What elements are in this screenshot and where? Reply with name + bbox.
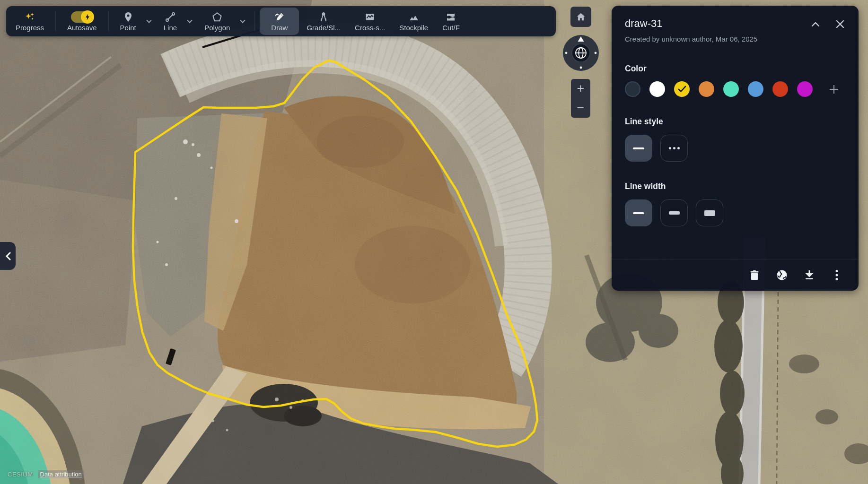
toolbar-item-cross-section[interactable]: Cross-s... xyxy=(348,8,392,35)
toolbar-item-label: Grade/Sl... xyxy=(307,24,341,31)
add-color-button[interactable] xyxy=(827,82,841,96)
line-style-dotted-button[interactable] xyxy=(660,135,688,162)
home-icon xyxy=(576,12,586,22)
plus-icon xyxy=(829,84,839,95)
toolbar-item-label: Line xyxy=(164,24,177,31)
chevron-left-icon xyxy=(5,252,11,260)
annotation-properties-panel: draw-31 Created by unknown author, Mar 0… xyxy=(612,6,859,291)
point-pin-icon xyxy=(123,11,134,23)
chevron-down-icon xyxy=(187,19,193,23)
color-section-label: Color xyxy=(625,64,846,74)
cesium-brand: CESIUM xyxy=(8,471,33,478)
chevron-down-icon xyxy=(240,19,245,23)
panel-action-bar xyxy=(612,259,859,291)
toolbar-item-label: Polygon xyxy=(204,24,230,31)
panel-subtitle: Created by unknown author, Mar 06, 2025 xyxy=(625,35,846,43)
map-attribution: CESIUM Data attribution xyxy=(8,470,84,478)
toolbar-item-stockpile[interactable]: Stockpile xyxy=(393,8,435,35)
toolbar-divider xyxy=(254,11,255,31)
color-swatch-orange[interactable] xyxy=(699,81,714,97)
color-swatch-row xyxy=(625,81,846,97)
polygon-dropdown-button[interactable] xyxy=(237,16,248,26)
sidebar-collapse-button[interactable] xyxy=(0,242,16,270)
toolbar-divider xyxy=(108,11,109,31)
cross-section-icon xyxy=(364,11,376,23)
toolbar-item-label: Draw xyxy=(271,24,288,31)
toolbar-item-label: Autosave xyxy=(67,24,97,31)
toolbar-item-line[interactable]: Line xyxy=(157,8,184,35)
line-width-options xyxy=(625,199,846,226)
selected-check-icon xyxy=(678,86,686,93)
download-icon xyxy=(805,270,814,280)
point-dropdown-button[interactable] xyxy=(144,16,154,26)
chevron-down-icon xyxy=(146,19,152,23)
line-width-medium-button[interactable] xyxy=(660,199,688,226)
toolbar-item-label: Cut/F xyxy=(442,24,460,31)
kebab-menu-icon xyxy=(835,269,838,281)
compass-control[interactable] xyxy=(562,34,600,72)
delete-annotation-button[interactable] xyxy=(748,269,760,281)
toolbar-item-label: Point xyxy=(120,24,136,31)
zoom-control: + − xyxy=(571,79,590,118)
lightning-icon xyxy=(84,14,91,20)
line-style-options xyxy=(625,135,846,162)
color-swatch-magenta[interactable] xyxy=(797,81,813,97)
line-width-thin-button[interactable] xyxy=(625,199,652,226)
color-swatch-blue[interactable] xyxy=(748,81,763,97)
line-segment-icon xyxy=(165,11,176,23)
toolbar-item-draw[interactable]: Draw xyxy=(260,8,299,35)
toolbar-item-grade-slope[interactable]: Grade/Sl... xyxy=(300,8,347,35)
line-width-section-label: Line width xyxy=(625,182,846,191)
toolbar-item-point[interactable]: Point xyxy=(114,8,143,35)
close-panel-button[interactable] xyxy=(834,18,846,30)
autosave-toggle-knob xyxy=(81,10,94,24)
color-swatch-red[interactable] xyxy=(772,81,788,97)
line-width-thick-button[interactable] xyxy=(696,199,723,226)
color-swatch-teal[interactable] xyxy=(723,81,739,97)
panel-title: draw-31 xyxy=(625,18,797,29)
color-swatch-yellow-selected[interactable] xyxy=(674,81,690,97)
grade-slope-icon xyxy=(318,11,329,23)
toolbar-item-label: Progress xyxy=(16,24,44,31)
polygon-icon xyxy=(211,11,223,23)
data-attribution-link[interactable]: Data attribution xyxy=(38,470,84,478)
toolbar-item-progress[interactable]: Progress xyxy=(9,8,51,35)
toolbar-item-polygon[interactable]: Polygon xyxy=(198,8,237,35)
toolbar-item-label: Cross-s... xyxy=(355,24,385,31)
zoom-out-button[interactable]: − xyxy=(571,98,590,118)
download-button[interactable] xyxy=(803,269,815,281)
sparkles-icon xyxy=(24,11,35,23)
collapse-panel-button[interactable] xyxy=(809,18,822,30)
line-style-solid-button[interactable] xyxy=(625,135,652,162)
cut-fill-icon xyxy=(445,11,456,23)
more-options-button[interactable] xyxy=(831,269,842,281)
autosave-toggle[interactable] xyxy=(71,11,93,23)
trash-icon xyxy=(750,270,759,280)
stockpile-icon xyxy=(408,11,420,23)
color-swatch-white[interactable] xyxy=(649,81,665,97)
close-icon xyxy=(836,20,844,28)
toolbar-item-cut-fill[interactable]: Cut/F xyxy=(436,8,466,35)
toolbar-item-autosave[interactable]: Autosave xyxy=(61,8,104,35)
chevron-up-icon xyxy=(811,21,820,27)
zoom-in-button[interactable]: + xyxy=(571,79,590,98)
line-style-section-label: Line style xyxy=(625,117,846,127)
globe-public-icon xyxy=(776,269,788,281)
toolbar-divider xyxy=(55,11,56,31)
toolbar-item-label: Stockpile xyxy=(399,24,428,31)
draw-pen-icon xyxy=(274,11,285,23)
home-button[interactable] xyxy=(570,7,591,27)
line-dropdown-button[interactable] xyxy=(184,16,195,26)
share-public-button[interactable] xyxy=(776,269,788,281)
toolbar: Progress Autosave Point xyxy=(6,6,556,36)
color-swatch-dark[interactable] xyxy=(625,81,640,97)
